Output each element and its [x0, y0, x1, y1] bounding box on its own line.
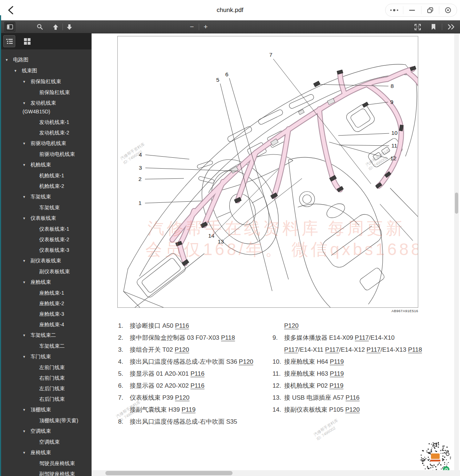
sidebar-item[interactable]: 座舱线束-3 — [0, 309, 92, 319]
next-page-button[interactable] — [65, 22, 74, 32]
wiring-diagram-figure: 1234567891011121314 汽修帮手在线资料库 每周更新 会员仅16… — [117, 36, 418, 308]
search-button[interactable] — [36, 22, 44, 32]
sidebar-item[interactable]: 发动机线束-2 — [0, 128, 92, 138]
expand-arrow-icon[interactable]: ▼ — [5, 55, 13, 65]
outline-view-button[interactable] — [3, 35, 15, 47]
page-link[interactable]: P120 — [239, 358, 253, 365]
expand-arrow-icon[interactable]: ▼ — [23, 160, 31, 170]
sidebar-item[interactable]: ▼座舱线束 — [0, 277, 92, 288]
expand-arrow-icon[interactable]: ▼ — [23, 426, 31, 437]
sidebar-item[interactable]: ▼前保险杠线束 — [0, 76, 92, 87]
expand-arrow-icon[interactable]: ▼ — [23, 330, 31, 341]
sidebar-item[interactable]: ▼仪表板线束 — [0, 213, 92, 224]
sidebar-item[interactable]: 座舱线束-4 — [0, 319, 92, 330]
vertical-scrollbar-thumb[interactable] — [455, 193, 458, 214]
page-link[interactable]: P119 — [330, 358, 344, 365]
toolbar-separator — [442, 24, 442, 30]
expand-arrow-icon[interactable]: ▼ — [14, 66, 22, 76]
sidebar-item[interactable]: 前保险杠线束 — [0, 87, 92, 98]
thumbnails-view-button[interactable] — [21, 35, 33, 47]
sidebar-item[interactable]: ▼车架线束 — [0, 191, 92, 202]
callout-number: 7 — [269, 52, 273, 58]
sidebar-item[interactable]: 顶棚线束(带天窗) — [0, 415, 92, 426]
page-link[interactable]: P116 — [190, 382, 204, 389]
sidebar-item[interactable]: 仪表板线束-1 — [0, 224, 92, 234]
expand-arrow-icon[interactable]: ▼ — [23, 99, 31, 108]
page-link[interactable]: P118 — [221, 334, 235, 341]
minimize-button[interactable] — [403, 6, 421, 14]
sidebar-item[interactable]: 仪表板线束-3 — [0, 245, 92, 255]
sidebar-item[interactable]: 座舱线束-2 — [0, 298, 92, 309]
sidebar-item[interactable]: ▼座椅线束 — [0, 447, 92, 458]
expand-arrow-icon[interactable]: ▼ — [23, 77, 31, 87]
vertical-scrollbar[interactable] — [454, 33, 459, 470]
expand-arrow-icon[interactable]: ▼ — [23, 352, 31, 362]
sidebar-item[interactable]: ▼车门线束 — [0, 351, 92, 362]
expand-arrow-icon[interactable]: ▼ — [23, 405, 31, 415]
sidebar-item-label: 仪表板线束-2 — [39, 237, 69, 242]
page-link[interactable]: P120 — [284, 322, 299, 329]
sidebar-item[interactable]: ▼车架线束二 — [0, 330, 92, 341]
fullscreen-button[interactable] — [413, 22, 422, 32]
record-button[interactable] — [439, 6, 457, 14]
sidebar-item[interactable]: 机舱线束-1 — [0, 170, 92, 181]
expand-arrow-icon[interactable]: ▼ — [23, 277, 31, 288]
page-link[interactable]: P116 — [175, 322, 189, 329]
expand-arrow-icon[interactable]: ▼ — [23, 213, 31, 224]
page-link[interactable]: P120 — [175, 394, 190, 401]
horizontal-scrollbar-thumb[interactable] — [105, 471, 233, 475]
sidebar-item[interactable]: ▼机舱线束 — [0, 160, 92, 170]
sidebar-toggle-button[interactable] — [4, 22, 15, 32]
sidebar-item[interactable]: 驾驶员座椅线束 — [0, 458, 92, 469]
page-link[interactable]: P117 — [325, 346, 339, 353]
sidebar-item[interactable]: 右前门线束 — [0, 373, 92, 383]
page-link[interactable]: P118 — [408, 346, 422, 353]
page-link[interactable]: P117 — [355, 334, 369, 341]
page-link[interactable]: P116 — [346, 394, 359, 401]
sidebar-item[interactable]: 车架线束 — [0, 202, 92, 213]
callout-number: 10 — [391, 130, 398, 136]
sidebar-item[interactable]: ▼线束图 — [0, 65, 92, 76]
page-link[interactable]: P119 — [330, 370, 344, 377]
page-link[interactable]: P119 — [182, 406, 195, 413]
page-link[interactable]: P120 — [175, 346, 189, 353]
sidebar-item[interactable]: 右后门线束 — [0, 394, 92, 404]
bookmark-button[interactable] — [429, 22, 437, 32]
sidebar-item[interactable]: ▼发动机线束 (GW4B15D) — [0, 98, 92, 117]
sidebar-item[interactable]: 座舱线束-1 — [0, 288, 92, 298]
sidebar-item[interactable]: 左前门线束 — [0, 362, 92, 373]
restore-button[interactable] — [421, 6, 439, 14]
callout-number: 5 — [216, 77, 219, 83]
zoom-in-button[interactable]: + — [201, 22, 210, 32]
sidebar-item[interactable]: ▼顶棚线束 — [0, 404, 92, 415]
more-tools-button[interactable] — [446, 22, 456, 32]
previous-page-button[interactable] — [51, 22, 60, 32]
sidebar-item[interactable]: 空调线束 — [0, 437, 92, 447]
more-menu-button[interactable] — [386, 6, 403, 14]
expand-arrow-icon[interactable]: ▼ — [23, 448, 31, 458]
sidebar-item[interactable]: ▼空调线束 — [0, 426, 92, 437]
page-link[interactable]: P117 — [367, 346, 380, 353]
page-link[interactable]: P117 — [284, 346, 298, 353]
expand-arrow-icon[interactable]: ▼ — [23, 192, 31, 202]
zoom-out-button[interactable]: − — [187, 22, 196, 32]
sidebar-item[interactable]: 前驱动电机线束 — [0, 149, 92, 160]
page-link[interactable]: P119 — [330, 382, 343, 389]
sidebar-item[interactable]: 左后门线束 — [0, 383, 92, 394]
expand-arrow-icon[interactable]: ▼ — [23, 256, 31, 266]
sidebar-item[interactable]: 仪表板线束-2 — [0, 234, 92, 245]
sidebar-item[interactable]: 发动机线束-1 — [0, 117, 92, 128]
expand-arrow-icon[interactable]: ▼ — [23, 138, 31, 149]
sidebar-item-label: 顶棚线束 — [31, 407, 51, 412]
sidebar-item[interactable]: 副仪表板线束 — [0, 266, 92, 277]
sidebar-item[interactable]: ▼前驱动电机线束 — [0, 138, 92, 149]
sidebar-item[interactable]: 车架线束二 — [0, 341, 92, 351]
sidebar-item[interactable]: ▼副仪表板线束 — [0, 255, 92, 266]
sidebar-item[interactable]: 副驾驶座椅线束 — [0, 469, 92, 476]
sidebar-item[interactable]: ▼电路图 — [0, 55, 92, 65]
sidebar-item[interactable]: 机舱线束-2 — [0, 181, 92, 191]
outline-list-icon — [6, 39, 13, 44]
page-link[interactable]: P116 — [190, 370, 204, 377]
page-link[interactable]: P120 — [345, 406, 360, 413]
horizontal-scrollbar[interactable] — [92, 470, 460, 476]
